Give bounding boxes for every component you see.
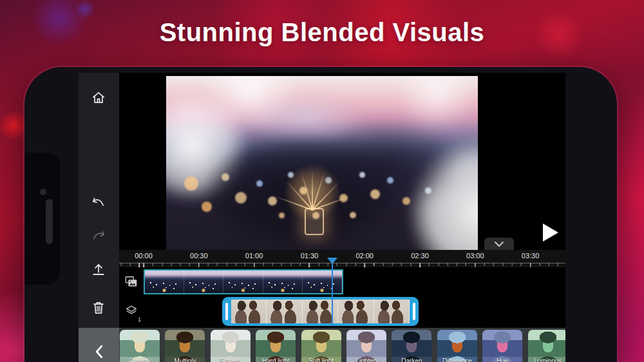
home-icon [90,90,107,106]
chevron-down-icon [492,240,506,248]
blend-mode-darken[interactable]: Darken [392,330,431,362]
timeline-tracks: 1 [119,267,565,328]
bokeh-light [184,176,198,191]
overlay-clip-selected[interactable] [222,297,419,326]
blend-mode-label: Difference [437,357,477,362]
blend-mode-label: Soft light [301,357,341,362]
playhead-line[interactable] [332,263,333,326]
preview-area [119,73,565,250]
blend-mode-label: Hue [482,357,522,362]
redo-button[interactable] [84,222,113,251]
blend-mode-label: Hard light [256,357,296,362]
blend-mode-difference[interactable]: Difference [437,330,477,362]
blend-mode-lighten[interactable]: Lighten [346,330,386,362]
play-button[interactable] [538,220,564,245]
bokeh-light [402,197,410,205]
promo-screenshot: Stunning Blended Visuals [0,0,644,362]
app-screen: 00:0000:3001:0001:3002:0002:3003:0003:30 [79,73,565,362]
sparkler-art [312,158,313,210]
timeline-tick-label: 02:30 [411,252,429,260]
preview-art [392,76,478,128]
overlay-clip-thumbnail [374,300,410,323]
phone-notch [24,153,60,285]
collapse-panel-button[interactable] [79,328,119,362]
bokeh-light [268,196,277,205]
trim-handle-right[interactable] [413,303,415,320]
blend-mode-label: Screen [211,357,251,362]
video-clip[interactable] [144,269,343,294]
blend-mode-screen[interactable]: Screen [211,330,251,362]
delete-button[interactable] [84,294,113,322]
bokeh-light [279,213,285,218]
bokeh-light [202,202,212,212]
timeline-ruler[interactable]: 00:0000:3001:0001:3002:0002:3003:0003:30 [119,250,565,267]
layers-icon [124,303,138,319]
blend-mode-label: Luminous [528,357,565,362]
overlay-clip-thumbnail [267,300,302,323]
blend-mode-label: Darken [392,357,431,362]
bokeh-light [370,189,380,199]
video-clip-thumbnail [263,271,303,293]
blend-mode-strip: OverlayMultiplyScreenHard lightSoft ligh… [119,328,565,362]
video-clip-thumbnail [303,271,342,293]
video-track-button[interactable] [120,269,142,295]
trim-handle-left[interactable] [225,303,228,320]
bokeh-light [425,187,431,194]
export-icon [90,262,107,279]
blend-mode-label: Overlay [120,357,160,362]
phone-frame: 00:0000:3001:0001:3002:0002:3003:0003:30 [24,67,617,362]
phone-speaker [46,199,53,244]
trash-icon [90,300,107,316]
blend-mode-soft-light[interactable]: Soft light [301,330,341,362]
phone-camera [40,189,46,195]
media-track-icon [124,274,138,290]
overlay-clip-thumbnail [338,300,374,323]
blend-mode-hard-light[interactable]: Hard light [256,330,296,362]
timeline-tick-label: 02:00 [355,252,374,260]
video-clip-thumbnail [184,271,223,293]
blend-mode-label: Multiply [165,357,205,362]
timeline-tick-label: 00:30 [190,252,208,260]
home-button[interactable] [84,84,113,112]
timeline-tick-label: 03:00 [466,252,484,260]
page-title: Stunning Blended Visuals [0,18,644,47]
timeline-tick-label: 01:30 [301,252,319,260]
video-preview[interactable] [166,76,478,250]
blend-mode-luminous[interactable]: Luminous [528,330,565,362]
preview-art [243,94,366,139]
video-clip-thumbnail [145,271,184,293]
overlay-clip-thumbnail [231,300,267,323]
blend-mode-multiply[interactable]: Multiply [165,330,205,362]
ruler-minor-ticks [119,263,565,266]
sidebar [79,73,119,362]
overlay-track-button[interactable]: 1 [120,298,142,324]
video-clip-thumbnail [223,271,263,293]
chevron-left-icon [92,343,106,360]
blend-mode-hue[interactable]: Hue [482,330,522,362]
export-button[interactable] [84,256,113,285]
timeline-tick-label: 03:30 [522,252,540,260]
blend-mode-label: Lighten [346,357,386,362]
undo-icon [90,195,107,211]
bokeh-light [222,173,229,181]
layer-badge: 1 [138,316,141,323]
timeline-tick-label: 01:00 [245,252,263,260]
hide-timeline-button[interactable] [484,238,514,250]
blend-mode-overlay[interactable]: Overlay [120,330,160,362]
undo-button[interactable] [84,189,113,217]
jar-art [305,208,324,235]
timeline-tick-label: 00:00 [135,252,153,260]
overlay-clip-thumbnails [231,300,410,323]
redo-icon [90,229,107,244]
